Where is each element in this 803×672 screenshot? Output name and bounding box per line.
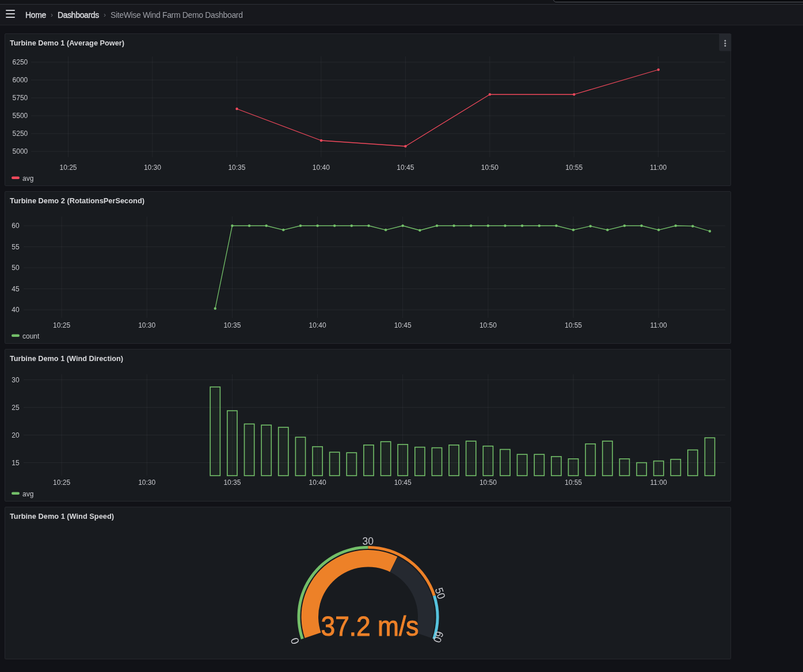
svg-text:Turbine Demo 1 (Wind Direction: Turbine Demo 1 (Wind Direction) [10,354,123,363]
svg-text:10:40: 10:40 [309,479,326,487]
svg-text:20: 20 [12,431,20,439]
svg-text:40: 40 [12,306,20,314]
svg-text:11:00: 11:00 [650,164,667,172]
svg-text:Turbine Demo 1 (Wind Speed): Turbine Demo 1 (Wind Speed) [10,512,114,521]
svg-text:55: 55 [12,243,20,251]
svg-text:10:55: 10:55 [565,479,582,487]
svg-text:10:25: 10:25 [53,321,70,329]
svg-text:6000: 6000 [13,76,28,84]
svg-text:45: 45 [12,285,20,293]
svg-text:10:50: 10:50 [479,479,497,487]
svg-text:30: 30 [362,535,374,547]
svg-text:5000: 5000 [13,147,28,155]
svg-text:0: 0 [288,636,302,646]
svg-text:10:40: 10:40 [313,164,330,172]
svg-text:avg: avg [22,174,33,183]
svg-text:30: 30 [12,376,20,384]
svg-text:count: count [22,332,40,340]
svg-text:10:35: 10:35 [223,321,241,329]
svg-text:10:25: 10:25 [53,479,70,487]
svg-text:10:45: 10:45 [394,321,412,329]
svg-text:25: 25 [12,404,20,412]
svg-text:10:35: 10:35 [228,164,245,172]
svg-text:10:55: 10:55 [565,164,583,172]
svg-text:11:00: 11:00 [650,321,667,329]
svg-text:5750: 5750 [13,94,28,102]
svg-text:Turbine Demo 1 (Average Power): Turbine Demo 1 (Average Power) [10,39,124,47]
svg-text:Turbine Demo 2 (RotationsPerSe: Turbine Demo 2 (RotationsPerSecond) [10,196,144,205]
svg-text:10:30: 10:30 [138,479,155,487]
svg-text:10:45: 10:45 [397,164,414,172]
svg-text:10:55: 10:55 [565,321,582,329]
svg-text:5500: 5500 [13,112,28,120]
svg-text:37.2 m/s: 37.2 m/s [321,610,419,641]
svg-text:10:35: 10:35 [223,479,241,487]
svg-text:avg: avg [22,490,33,498]
svg-text:10:45: 10:45 [394,479,412,487]
svg-text:10:40: 10:40 [309,321,326,329]
svg-text:10:50: 10:50 [479,321,497,329]
svg-text:11:00: 11:00 [650,479,667,487]
svg-text:10:30: 10:30 [138,321,155,329]
svg-text:15: 15 [12,459,20,467]
svg-text:6250: 6250 [13,58,28,66]
svg-text:10:50: 10:50 [481,164,498,172]
svg-text:10:30: 10:30 [144,164,161,172]
svg-text:10:25: 10:25 [59,164,77,172]
svg-text:60: 60 [12,222,20,230]
svg-text:50: 50 [12,264,20,272]
svg-text:5250: 5250 [13,130,28,138]
